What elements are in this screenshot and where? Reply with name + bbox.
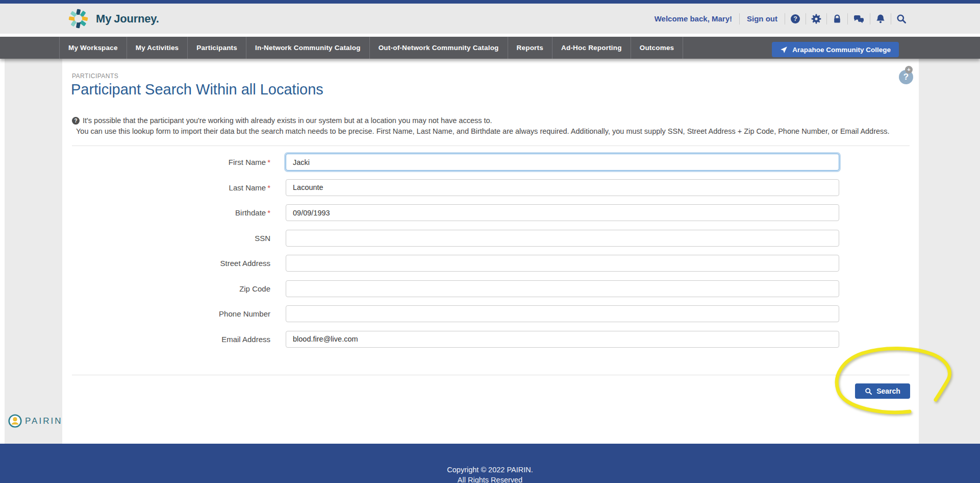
zip-code-label: Zip Code — [62, 284, 270, 293]
divider — [72, 375, 910, 375]
first-name-input[interactable] — [286, 154, 839, 171]
settings-gear-icon[interactable] — [806, 14, 826, 24]
birthdate-input[interactable] — [286, 204, 839, 221]
header-right: Welcome back, Mary! Sign out ? — [647, 13, 912, 25]
form-row: SSN — [62, 230, 919, 247]
page-help-plus-badge: + — [905, 66, 913, 74]
required-asterisk: * — [267, 183, 270, 192]
pairin-logo-icon — [8, 414, 22, 428]
ssn-input[interactable] — [286, 230, 839, 247]
ssn-label: SSN — [62, 234, 270, 243]
birthdate-label: Birthdate* — [62, 208, 270, 217]
welcome-message: Welcome back, Mary! — [647, 14, 739, 23]
form-row: Birthdate* — [62, 204, 919, 221]
location-button-label: Arapahoe Community College — [792, 46, 891, 54]
email-address-label: Email Address — [62, 335, 270, 344]
street-address-label: Street Address — [62, 259, 270, 268]
lock-icon[interactable] — [827, 14, 847, 24]
form-row: Email Address — [62, 331, 919, 348]
sign-out-link[interactable]: Sign out — [740, 14, 785, 23]
breadcrumb: PARTICIPANTS — [72, 73, 118, 80]
help-icon[interactable]: ? — [785, 14, 806, 24]
my-journey-logo-text: MyJourney. — [96, 12, 159, 26]
main-panel: PARTICIPANTS Participant Search Within a… — [62, 59, 919, 444]
zip-code-input[interactable] — [286, 280, 839, 297]
form-row: Last Name* — [62, 179, 919, 196]
nav-in-network-community-catalog[interactable]: In-Network Community Catalog — [246, 37, 370, 59]
form-row: Street Address — [62, 255, 919, 272]
search-button[interactable]: Search — [855, 383, 910, 399]
info-question-icon: ? — [72, 117, 80, 125]
footer: Copyright © 2022 PAIRIN. All Rights Rese… — [0, 444, 980, 483]
left-edge-strip — [0, 59, 5, 444]
nav-outcomes[interactable]: Outcomes — [631, 37, 684, 59]
app-window: MyJourney. Welcome back, Mary! Sign out … — [0, 0, 980, 483]
search-button-label: Search — [876, 387, 900, 395]
street-address-input[interactable] — [286, 255, 839, 272]
navigation-arrow-icon — [780, 46, 788, 54]
form-row: Phone Number — [62, 305, 919, 322]
divider — [72, 146, 910, 146]
form-row: Zip Code — [62, 280, 919, 297]
top-accent-bar — [0, 0, 980, 4]
my-journey-logo[interactable]: MyJourney. — [68, 8, 159, 29]
header: MyJourney. Welcome back, Mary! Sign out … — [0, 4, 980, 34]
phone-number-input[interactable] — [286, 305, 839, 322]
nav-my-workspace[interactable]: My Workspace — [59, 37, 127, 59]
page-title: Participant Search Within all Locations — [71, 81, 323, 98]
info-text: ? It's possible that the participant you… — [72, 115, 890, 137]
last-name-input[interactable] — [286, 179, 839, 196]
nav-reports[interactable]: Reports — [508, 37, 552, 59]
info-line-2: You can use this lookup form to import t… — [76, 126, 890, 137]
info-line-1: It's possible that the participant you'r… — [83, 115, 492, 126]
pairin-logo[interactable]: PAIRIN — [8, 414, 62, 428]
phone-number-label: Phone Number — [62, 309, 270, 318]
nav-ad-hoc-reporting[interactable]: Ad-Hoc Reporting — [552, 37, 631, 59]
search-icon[interactable] — [891, 14, 912, 24]
svg-text:?: ? — [793, 15, 797, 22]
participant-search-form: First Name* Last Name* Birthdate* SSN St… — [62, 154, 919, 356]
nav-participants[interactable]: Participants — [188, 37, 246, 59]
last-name-label: Last Name* — [62, 183, 270, 192]
messages-icon[interactable] — [848, 14, 870, 24]
first-name-label: First Name* — [62, 158, 270, 166]
location-button[interactable]: Arapahoe Community College — [772, 42, 899, 57]
content-area: PARTICIPANTS Participant Search Within a… — [0, 59, 980, 444]
nav-out-of-network-community-catalog[interactable]: Out-of-Network Community Catalog — [370, 37, 508, 59]
notifications-bell-icon[interactable] — [870, 14, 891, 24]
my-journey-logo-icon — [68, 8, 89, 29]
email-address-input[interactable] — [286, 331, 839, 348]
pairin-logo-text: PAIRIN — [25, 416, 62, 426]
copyright-text: Copyright © 2022 PAIRIN. — [0, 466, 980, 474]
rights-text: All Rights Reserved — [0, 476, 980, 483]
required-asterisk: * — [267, 158, 270, 166]
form-row: First Name* — [62, 154, 919, 171]
nav-my-activities[interactable]: My Activities — [127, 37, 188, 59]
search-button-icon — [865, 388, 872, 395]
required-asterisk: * — [267, 208, 270, 217]
